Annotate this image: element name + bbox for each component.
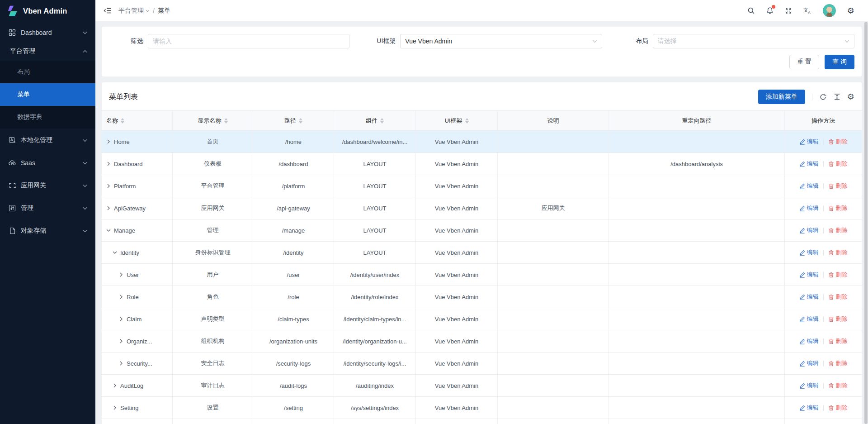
scrollbar[interactable] [864,22,868,424]
column-header-display[interactable]: 显示名称 [173,111,253,131]
delete-button[interactable]: 删除 [828,337,848,345]
sidebar-item-label: 应用网关 [21,181,46,190]
edit-button[interactable]: 编辑 [799,381,819,390]
dashboard-grid-icon [8,29,16,37]
ui-framework-select[interactable]: Vue Vben Admin [400,34,602,48]
edit-button[interactable]: 编辑 [799,293,819,301]
delete-button[interactable]: 删除 [828,404,848,412]
refresh-icon[interactable] [819,93,827,101]
expand-row-icon[interactable] [119,361,123,366]
expand-row-icon[interactable] [106,184,111,188]
expand-row-icon[interactable] [106,139,111,144]
menu-name: Claim [127,316,142,323]
edit-button[interactable]: 编辑 [799,138,819,146]
gateway-frame-icon [8,181,16,190]
brand[interactable]: Vben Admin [0,0,95,22]
sort-carets-icon[interactable] [380,118,384,124]
edit-button[interactable]: 编辑 [799,226,819,234]
bell-icon[interactable] [766,7,774,14]
gear-icon[interactable]: ⚙ [847,7,854,15]
expand-row-icon[interactable] [113,383,117,388]
sidebar-item-object-storage[interactable]: 对象存储 [0,222,95,240]
column-header-path[interactable]: 路径 [253,111,334,131]
edit-label: 编辑 [807,138,819,146]
delete-button[interactable]: 删除 [828,204,848,212]
expand-row-icon[interactable] [119,272,123,277]
edit-button[interactable]: 编辑 [799,182,819,190]
filter-keyword-input[interactable] [148,34,349,48]
sidebar-item-localization[interactable]: 本地化管理 [0,131,95,149]
edit-button[interactable]: 编辑 [799,248,819,257]
edit-button[interactable]: 编辑 [799,337,819,345]
gear-icon[interactable]: ⚙ [847,93,854,101]
delete-button[interactable]: 删除 [828,160,848,168]
chevron-down-icon [83,162,87,165]
expand-row-icon[interactable] [113,250,117,255]
redirect-cell [609,330,785,353]
layout-select[interactable]: 请选择 [653,34,854,48]
sidebar-item-saas[interactable]: Saas [0,154,95,172]
menu-name: Security... [127,360,152,367]
sidebar-subitem-data-dictionary[interactable]: 数据字典 [0,106,95,129]
sidebar-subitem-menu[interactable]: 菜单 [0,83,95,106]
sidebar-item-gateway[interactable]: 应用网关 [0,176,95,195]
expand-row-icon[interactable] [106,228,111,233]
sort-carets-icon[interactable] [224,118,228,124]
reset-button[interactable]: 重 置 [789,55,819,69]
localization-icon [8,136,16,144]
pencil-icon [799,383,805,389]
sidebar-item-platform-management[interactable]: 平台管理 [0,42,95,61]
edit-button[interactable]: 编辑 [799,271,819,279]
sort-carets-icon[interactable] [121,118,124,124]
edit-button[interactable]: 编辑 [799,404,819,412]
expand-row-icon[interactable] [119,339,123,343]
display-name-cell [173,419,253,424]
table-header-row: 名称显示名称路径组件UI框架说明重定向路径操作方法 [102,111,862,131]
actions-cell: 编辑 删除 [785,375,862,397]
column-header-framework[interactable]: UI框架 [416,111,498,131]
edit-button[interactable]: 编辑 [799,359,819,367]
avatar[interactable] [823,4,836,17]
add-menu-button[interactable]: 添加新菜单 [758,90,805,104]
edit-button[interactable]: 编辑 [799,160,819,168]
delete-button[interactable]: 删除 [828,381,848,390]
delete-label: 删除 [836,160,848,168]
sort-carets-icon[interactable] [465,118,469,124]
expand-row-icon[interactable] [106,206,111,210]
delete-button[interactable]: 删除 [828,226,848,234]
breadcrumb-parent[interactable]: 平台管理 [118,7,150,15]
sidebar-item-dashboard[interactable]: Dashboard [0,24,95,42]
fullscreen-icon[interactable] [785,7,792,14]
expand-row-icon[interactable] [113,405,117,410]
row-height-icon[interactable] [834,93,840,100]
chevron-down-icon [83,139,87,142]
edit-button[interactable]: 编辑 [799,204,819,212]
delete-button[interactable]: 删除 [828,359,848,367]
delete-button[interactable]: 删除 [828,248,848,257]
chevron-down-icon [83,229,87,233]
delete-button[interactable]: 删除 [828,138,848,146]
app-root: Vben Admin Dashboard 平台管理 [0,0,868,424]
sort-carets-icon[interactable] [299,118,302,124]
expand-row-icon[interactable] [106,162,111,166]
edit-button[interactable]: 编辑 [799,315,819,323]
column-header-name[interactable]: 名称 [102,111,173,131]
delete-button[interactable]: 删除 [828,293,848,301]
column-header-component[interactable]: 组件 [334,111,416,131]
scrollbar-thumb[interactable] [864,22,868,424]
expand-row-icon[interactable] [119,295,123,299]
sidebar-subitem-layout[interactable]: 布局 [0,61,95,83]
edit-label: 编辑 [807,226,819,234]
search-button[interactable]: 查 询 [825,55,854,69]
delete-button[interactable]: 删除 [828,271,848,279]
expand-row-icon[interactable] [119,317,123,321]
display-name-cell: 设置 [173,397,253,419]
header-actions: 文 A ⚙ [747,4,860,17]
path-cell: /setting [253,397,334,419]
delete-button[interactable]: 删除 [828,315,848,323]
sidebar-item-manage[interactable]: 管理 [0,199,95,217]
delete-button[interactable]: 删除 [828,182,848,190]
translate-icon[interactable]: 文 A [803,7,811,14]
menu-fold-icon[interactable] [104,7,111,14]
search-icon[interactable] [747,7,755,14]
